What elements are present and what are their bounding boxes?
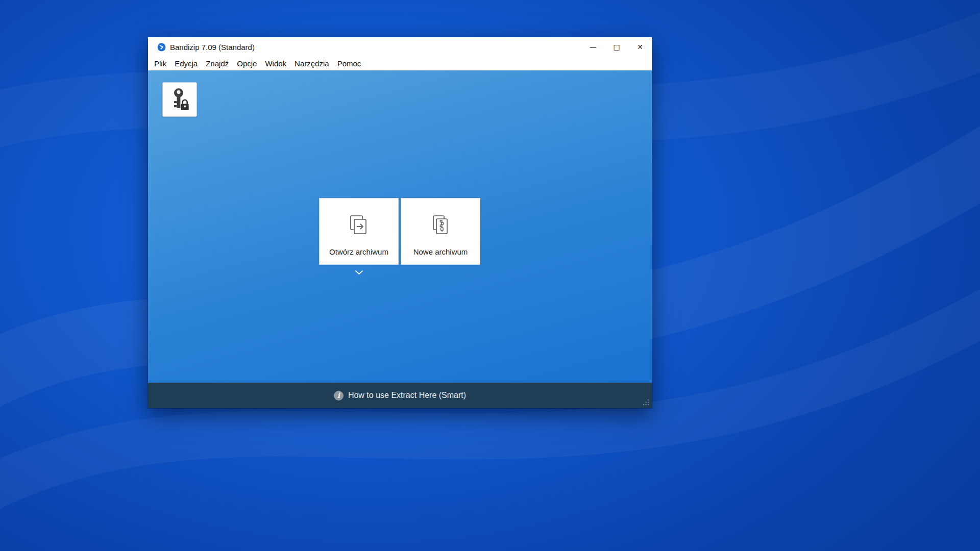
menu-item-narzedzia[interactable]: Narzędzia — [290, 58, 333, 69]
title-bar[interactable]: Bandizip 7.09 (Standard) — □ ✕ — [148, 37, 652, 57]
new-archive-icon — [428, 213, 453, 238]
chevron-down-icon — [355, 270, 363, 275]
menu-item-plik[interactable]: Plik — [150, 58, 170, 69]
menu-item-widok[interactable]: Widok — [261, 58, 290, 69]
menu-item-opcje[interactable]: Opcje — [233, 58, 261, 69]
status-bar: i How to use Extract Here (Smart) — [148, 383, 652, 408]
menu-item-znajdz[interactable]: Znajdź — [202, 58, 233, 69]
close-button[interactable]: ✕ — [628, 37, 652, 57]
info-icon: i — [334, 391, 344, 400]
new-archive-label: Nowe archiwum — [413, 247, 468, 264]
bandizip-window: Bandizip 7.09 (Standard) — □ ✕ Plik Edyc… — [148, 37, 652, 408]
password-key-icon — [168, 87, 191, 112]
open-archive-icon — [347, 213, 371, 238]
resize-grip[interactable] — [642, 398, 649, 406]
menu-bar: Plik Edycja Znajdź Opcje Widok Narzędzia… — [148, 57, 652, 70]
maximize-button[interactable]: □ — [605, 37, 628, 57]
menu-item-pomoc[interactable]: Pomoc — [333, 58, 365, 69]
open-archive-label: Otwórz archiwum — [329, 247, 388, 264]
menu-item-edycja[interactable]: Edycja — [170, 58, 202, 69]
quick-actions: Otwórz archiwum Nowe archiwum — [319, 198, 480, 265]
window-controls: — □ ✕ — [581, 37, 652, 57]
minimize-button[interactable]: — — [581, 37, 605, 57]
window-title: Bandizip 7.09 (Standard) — [170, 43, 255, 52]
status-tip-link[interactable]: i How to use Extract Here (Smart) — [334, 391, 466, 400]
bandizip-logo-icon — [157, 43, 166, 52]
main-content: Otwórz archiwum Nowe archiwum — [148, 70, 652, 383]
open-archive-card[interactable]: Otwórz archiwum — [319, 198, 399, 265]
new-archive-card[interactable]: Nowe archiwum — [401, 198, 480, 265]
status-message: How to use Extract Here (Smart) — [348, 391, 466, 400]
password-manager-button[interactable] — [162, 82, 197, 117]
expand-recent-button[interactable] — [352, 268, 366, 277]
